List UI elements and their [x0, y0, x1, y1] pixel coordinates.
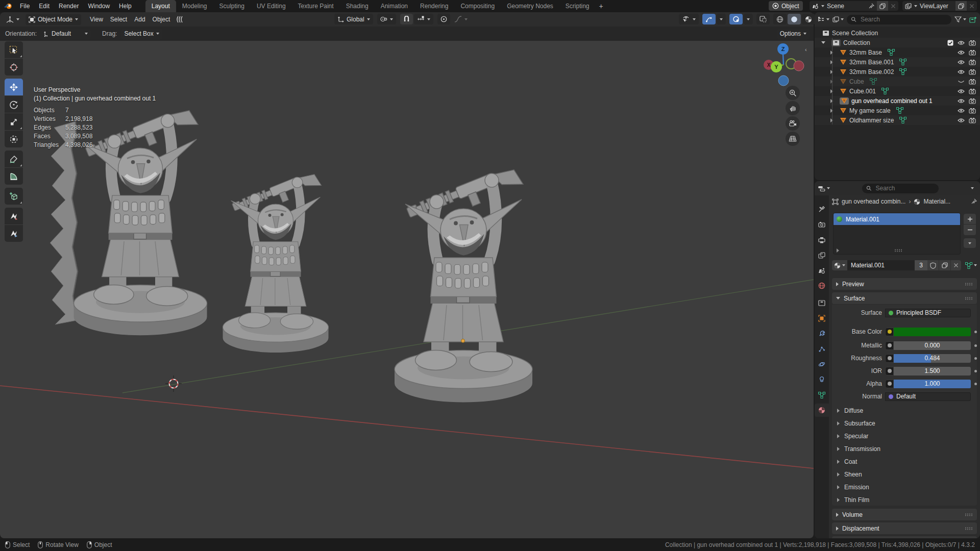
collapsed-region-icon[interactable]	[176, 16, 184, 23]
panel-grip[interactable]	[965, 283, 973, 286]
drag-dropdown[interactable]: Select Box	[121, 29, 162, 39]
disable-render-icon[interactable]	[969, 69, 976, 75]
copy-material-button[interactable]	[939, 260, 950, 270]
browse-material-button[interactable]	[832, 260, 847, 270]
panel-volume[interactable]: Volume	[832, 509, 977, 520]
proportional-edit-button[interactable]	[437, 14, 450, 24]
goblin-figure-large[interactable]	[74, 105, 207, 335]
disable-render-icon[interactable]	[969, 79, 976, 85]
collapse-arrow[interactable]	[821, 41, 825, 44]
panel-preview[interactable]: Preview	[832, 278, 977, 290]
base-color-swatch[interactable]	[894, 328, 971, 336]
disable-render-icon[interactable]	[969, 108, 976, 114]
tool-cursor[interactable]	[5, 59, 23, 76]
collection-checkbox[interactable]	[947, 40, 953, 46]
resize-grip[interactable]	[894, 249, 902, 252]
outliner-display-mode-dropdown[interactable]	[832, 16, 844, 22]
remove-slot-button[interactable]	[964, 224, 976, 235]
tool-addon-2[interactable]	[5, 225, 23, 242]
ior-field[interactable]: 1.500	[894, 367, 971, 375]
alpha-slider[interactable]: 1.000	[894, 380, 971, 388]
object-mode-pill[interactable]: Object	[769, 1, 803, 11]
normal-field[interactable]: Default	[885, 392, 971, 401]
add-slot-button[interactable]	[964, 214, 976, 224]
breadcrumb-pin-icon[interactable]	[971, 198, 977, 205]
material-users-count[interactable]: 3	[915, 260, 927, 270]
animate-dot[interactable]	[974, 331, 977, 333]
properties-editor-type-button[interactable]	[818, 185, 830, 192]
tool-add-cube[interactable]	[5, 188, 23, 205]
roughness-slider[interactable]: 0.484	[894, 354, 971, 363]
tab-view-layer[interactable]	[815, 248, 829, 262]
menu-add[interactable]: Add	[131, 16, 149, 23]
surface-shader-field[interactable]: Principled BSDF	[885, 309, 971, 317]
workspace-tab-modeling[interactable]: Modeling	[176, 0, 213, 12]
perspective-toggle-button[interactable]	[786, 132, 800, 146]
subpanel-subsurface[interactable]: Subsurface	[832, 418, 977, 429]
pan-view-button[interactable]	[786, 101, 800, 115]
metallic-socket[interactable]	[885, 341, 894, 350]
disable-render-icon[interactable]	[969, 40, 976, 46]
workspace-tab-shading[interactable]: Shading	[340, 0, 375, 12]
material-name-field[interactable]: Material.001	[847, 260, 915, 270]
workspace-tab-compositing[interactable]: Compositing	[454, 0, 501, 12]
hide-eye-icon[interactable]	[958, 60, 965, 65]
add-workspace-button[interactable]: +	[596, 2, 607, 11]
shading-material-button[interactable]	[802, 14, 815, 24]
viewlayer-selector[interactable]: ViewLayer	[902, 1, 977, 11]
subpanel-diffuse[interactable]: Diffuse	[832, 406, 977, 416]
shading-solid-button[interactable]	[788, 14, 801, 24]
tool-annotate[interactable]	[5, 151, 23, 167]
material-slot-list[interactable]: Material.001	[833, 213, 961, 255]
tab-object[interactable]	[815, 312, 829, 325]
mode-dropdown[interactable]: Object Mode	[26, 14, 81, 25]
scene-name[interactable]: Scene	[824, 1, 866, 11]
tool-rotate[interactable]	[5, 96, 23, 113]
breadcrumb-object[interactable]: gun overhead combin...	[842, 198, 905, 205]
tab-particles[interactable]	[815, 342, 829, 356]
menu-edit[interactable]: Edit	[34, 0, 54, 12]
workspace-tab-rendering[interactable]: Rendering	[414, 0, 454, 12]
menu-render[interactable]: Render	[54, 0, 83, 12]
tool-addon-1[interactable]	[5, 208, 23, 224]
blender-logo-icon[interactable]	[0, 3, 15, 10]
hide-eye-icon[interactable]	[958, 89, 965, 94]
tab-physics[interactable]	[815, 358, 829, 371]
disable-render-icon[interactable]	[969, 88, 976, 94]
outliner-row-collection[interactable]: Collection	[815, 38, 980, 47]
disable-render-icon[interactable]	[969, 49, 976, 56]
tab-tool[interactable]	[815, 203, 829, 216]
material-link-dropdown[interactable]	[965, 262, 977, 269]
tool-move[interactable]	[5, 79, 23, 95]
outliner-filter-dropdown[interactable]	[954, 16, 966, 22]
zoom-view-button[interactable]	[786, 86, 800, 100]
outliner-row-object[interactable]: My game scale	[815, 106, 980, 115]
outliner-search[interactable]	[847, 15, 951, 24]
properties-search[interactable]	[862, 184, 939, 193]
slot-specials-dropdown[interactable]	[964, 238, 976, 248]
goblin-figure-medium[interactable]	[223, 169, 329, 353]
alpha-socket[interactable]	[885, 380, 894, 388]
material-slot-selected[interactable]: Material.001	[834, 213, 960, 225]
subpanel-sheen[interactable]: Sheen	[832, 469, 977, 480]
panel-displacement[interactable]: Displacement	[832, 522, 977, 534]
animate-dot[interactable]	[974, 344, 977, 347]
hide-eye-icon[interactable]	[958, 98, 965, 104]
disable-render-icon[interactable]	[969, 59, 976, 65]
workspace-tab-sculpting[interactable]: Sculpting	[213, 0, 251, 12]
editor-type-button[interactable]	[3, 14, 22, 25]
tab-material[interactable]	[815, 404, 829, 417]
goblin-figure-active[interactable]	[395, 164, 532, 403]
pivot-point-dropdown[interactable]	[377, 14, 396, 24]
overlays-dropdown[interactable]	[744, 14, 753, 24]
workspace-tab-animation[interactable]: Animation	[375, 0, 414, 12]
outliner-row-object[interactable]: 32mm Base.001	[815, 57, 980, 67]
navigation-gizmo[interactable]: Z X Y	[763, 38, 814, 89]
workspace-tab-layout[interactable]: Layout	[145, 0, 176, 12]
subpanel-coat[interactable]: Coat	[832, 457, 977, 467]
snap-target-dropdown[interactable]	[414, 14, 433, 24]
object-visibility-dropdown[interactable]	[679, 14, 699, 24]
transform-orientation-dropdown[interactable]: Global	[334, 14, 373, 24]
hide-eye-icon[interactable]	[958, 50, 965, 55]
hide-eye-icon[interactable]	[958, 118, 965, 123]
